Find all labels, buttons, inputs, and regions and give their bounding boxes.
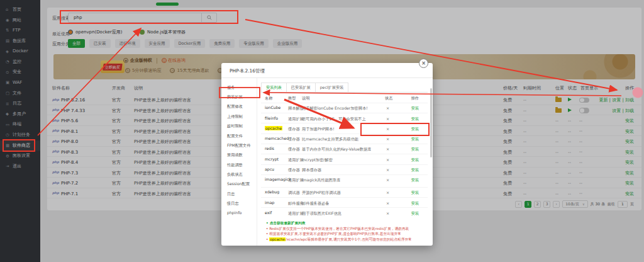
ext-name: opcache — [265, 127, 282, 131]
ext-col-type: 类型 — [288, 96, 296, 101]
modal-scrollbar[interactable] — [430, 88, 432, 157]
ext-desc: 基于内存亦可持久化的Key-Value数据库 — [302, 147, 371, 152]
ext-type: 缓存器 — [288, 168, 300, 173]
ext-type: 缓存器 — [288, 147, 300, 152]
ext-notes: 点击获取最新扩展列表 Redis扩展仅支持一个PHP版本安装使用，若在其它PHP… — [261, 220, 428, 242]
note-text: /xcache/apc等脚本缓存扩展,请只安装其中1个,否则可能导致您的站点程序… — [286, 237, 412, 241]
ext-desc: 邮件服务器必备 — [302, 201, 329, 206]
ext-status-cross: × — [386, 106, 389, 111]
ext-row: apcu 缓存器 脚本缓存器 × 安装 — [261, 164, 428, 174]
ext-install-link[interactable]: 安装 — [411, 201, 419, 206]
ext-desc: 比memcache支持更多高级功能 — [302, 137, 358, 142]
modal-menu-item[interactable]: 性能调整 — [221, 160, 257, 169]
ext-status-cross: × — [386, 147, 389, 152]
ext-install-link[interactable]: 安装 — [411, 106, 419, 111]
ext-desc: 用于读取图片EXIF信息 — [302, 211, 341, 216]
ext-type: 缓存器 — [288, 127, 300, 132]
note-line: Redis扩展仅支持一个PHP版本安装使用，若在其它PHP版本已安装redis扩… — [266, 226, 428, 232]
ext-table-header: 名称 类型 说明 状态 操作 — [261, 94, 428, 103]
ext-col-action: 操作 — [411, 96, 419, 101]
note-line: 点击获取最新扩展列表 — [266, 220, 428, 226]
ext-name: imagemagick — [265, 178, 287, 182]
ext-install-link[interactable]: 安装 — [411, 168, 419, 173]
modal-header: PHP-8.2.16管理 × — [221, 63, 433, 78]
modal-tab[interactable]: pecl扩展安装 — [316, 83, 349, 92]
ext-install-link[interactable]: 安装 — [411, 211, 419, 216]
ext-col-status: 状态 — [385, 96, 392, 101]
ext-desc: Imagick高性能图形库 — [302, 178, 340, 183]
modal-menu-item[interactable]: 负载状态 — [221, 169, 257, 179]
ext-desc: 用于加速PHP脚本! — [302, 127, 335, 132]
ext-desc: 开源的PHP程序调试器 — [302, 190, 341, 195]
modal-tabs: 安装列表已安装扩展pecl扩展安装 — [261, 83, 428, 93]
ext-name: memcached — [265, 137, 287, 141]
ext-status-cross: × — [386, 178, 389, 183]
modal-menu-item[interactable]: 服务 — [221, 83, 257, 92]
ext-status-cross: × — [386, 168, 389, 173]
ext-row: redis 缓存器 基于内存亦可持久化的Key-Value数据库 × 安装 — [261, 144, 428, 154]
ext-row: imagemagick 通用扩展 Imagick高性能图形库 × 安装 — [261, 174, 428, 187]
note-text: 点击获取最新扩展列表 — [270, 221, 306, 225]
ext-status-cross: × — [386, 137, 389, 142]
modal-menu-item[interactable]: 日志 — [221, 189, 257, 198]
ext-desc: 用于解密ionCube Encoder加密脚本! — [302, 106, 368, 111]
ext-row: exif 通用扩展 用于读取图片EXIF信息 × 安装 — [261, 207, 428, 217]
ext-status-cross: × — [386, 190, 389, 195]
ext-status-cross: × — [386, 127, 389, 132]
ext-install-link[interactable]: 安装 — [411, 127, 419, 132]
ext-name: apcu — [265, 168, 274, 172]
ext-status-cross: × — [386, 157, 389, 162]
note-highlight: opcache — [269, 237, 286, 241]
ext-name: exif — [265, 211, 272, 215]
modal-menu-item[interactable]: 配置修改 — [221, 102, 257, 111]
ext-desc: mcrypt加密/解密 — [302, 157, 333, 162]
note-text: 根据需求安装扩展,不要安装不必要的PHP扩展,这会影响PHP执行效率,甚至出现异… — [269, 232, 401, 236]
modal-menu-item[interactable]: 上传限制 — [221, 111, 257, 121]
ext-name: imap — [265, 201, 274, 205]
ext-desc: 脚本缓存器 — [302, 168, 321, 173]
modal-content: 安装列表已安装扩展pecl扩展安装 名称 类型 说明 状态 操作 ionCube… — [257, 78, 433, 246]
modal-menu-item[interactable]: phpinfo — [221, 208, 257, 217]
modal-menu-item[interactable]: FPM配置文件 — [221, 140, 257, 150]
modal-title: PHP-8.2.16管理 — [230, 68, 265, 74]
php-manage-modal: PHP-8.2.16管理 × 服务安装扩展配置修改上传限制超时限制配置文件FPM… — [221, 63, 433, 246]
ext-row: memcached 缓存器 比memcache支持更多高级功能 × 安装 — [261, 134, 428, 144]
ext-install-link[interactable]: 安装 — [411, 190, 419, 195]
note-text: Redis扩展仅支持一个PHP版本安装使用，若在其它PHP版本已安装redis扩… — [269, 227, 409, 231]
ext-install-link[interactable]: 安装 — [411, 157, 419, 162]
modal-menu: 服务安装扩展配置修改上传限制超时限制配置文件FPM配置文件禁用函数性能调整负载状… — [221, 78, 257, 246]
close-icon[interactable]: × — [419, 59, 428, 68]
ext-status-cross: × — [386, 117, 389, 122]
ext-row: xdebug 调试器 开源的PHP程序调试器 × 安装 — [261, 187, 428, 197]
ext-col-desc: 说明 — [302, 96, 309, 101]
modal-tab[interactable]: 已安装扩展 — [287, 83, 316, 92]
ext-install-link[interactable]: 安装 — [411, 147, 419, 152]
ext-table-body: ionCube 脚本解密 用于解密ionCube Encoder加密脚本! × … — [261, 103, 428, 218]
note-line: 根据需求安装扩展,不要安装不必要的PHP扩展,这会影响PHP执行效率,甚至出现异… — [266, 231, 428, 237]
modal-tab[interactable]: 安装列表 — [261, 83, 287, 92]
ext-row: mcrypt 通用扩展 mcrypt加密/解密 × 安装 — [261, 154, 428, 164]
ext-status-cross: × — [386, 211, 389, 216]
ext-name: mcrypt — [265, 157, 279, 162]
ext-install-link[interactable]: 安装 — [411, 137, 419, 142]
modal-menu-item[interactable]: 慢日志 — [221, 198, 257, 208]
ext-row: fileinfo 通用扩展 若可用内存小于1G，可能会安装不上 × 安装 — [261, 113, 428, 123]
modal-menu-item[interactable]: 安装扩展 — [221, 92, 257, 101]
ext-status-cross: × — [386, 201, 389, 206]
ext-name: fileinfo — [265, 117, 278, 121]
ext-type: 调试器 — [288, 190, 300, 195]
ext-type: 缓存器 — [288, 137, 300, 142]
ext-name: ionCube — [265, 106, 280, 110]
modal-menu-item[interactable]: 禁用函数 — [221, 150, 257, 159]
ext-name: redis — [265, 147, 274, 151]
modal-menu-item[interactable]: Session配置 — [221, 179, 257, 188]
ext-desc: 若可用内存小于1G，可能会安装不上 — [302, 117, 366, 122]
ext-row: imap 邮件服务 邮件服务器必备 × 安装 — [261, 197, 428, 207]
modal-menu-item[interactable]: 超时限制 — [221, 121, 257, 130]
ext-install-link[interactable]: 安装 — [411, 178, 419, 183]
modal-menu-item[interactable]: 配置文件 — [221, 131, 257, 140]
ext-name: xdebug — [265, 190, 279, 195]
app-window: ⌂ 首页 ◉ 网站 ⇅ FTP ▤ 数据库 ◈ Docker — [0, 0, 644, 262]
ext-install-link[interactable]: 安装 — [411, 117, 419, 122]
ext-row: opcache 缓存器 用于加速PHP脚本! × 安装 — [261, 123, 428, 133]
